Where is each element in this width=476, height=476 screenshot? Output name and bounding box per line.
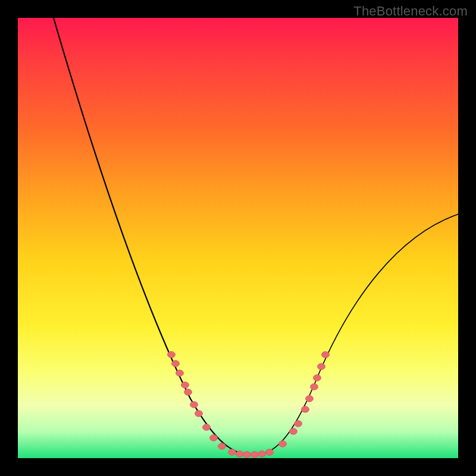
watermark-text: TheBottleneck.com xyxy=(353,4,468,19)
data-point xyxy=(181,382,189,389)
data-point xyxy=(190,402,198,408)
chart-svg xyxy=(18,18,458,458)
data-point xyxy=(184,389,192,396)
data-point xyxy=(266,449,274,456)
data-point xyxy=(243,452,251,458)
bottleneck-curve-left xyxy=(54,18,253,455)
data-point xyxy=(168,352,176,358)
curve-points-right xyxy=(279,352,330,447)
data-point xyxy=(203,424,211,431)
data-point xyxy=(218,443,226,450)
data-point xyxy=(176,370,184,377)
data-point xyxy=(318,364,325,370)
data-point xyxy=(195,411,203,417)
data-point xyxy=(251,452,259,458)
data-point xyxy=(228,449,236,456)
bottleneck-curve-right xyxy=(253,214,458,455)
data-point xyxy=(290,428,298,435)
data-point xyxy=(236,451,244,458)
data-point xyxy=(311,384,318,390)
data-point xyxy=(322,352,330,358)
data-point xyxy=(258,451,266,458)
curve-points-left xyxy=(168,352,226,450)
data-point xyxy=(314,375,321,381)
data-point xyxy=(279,441,287,447)
data-point xyxy=(172,361,180,367)
curve-points-bottom xyxy=(228,449,274,458)
data-point xyxy=(306,396,314,402)
data-point xyxy=(295,421,302,427)
data-point xyxy=(210,435,218,441)
data-point xyxy=(302,406,309,413)
